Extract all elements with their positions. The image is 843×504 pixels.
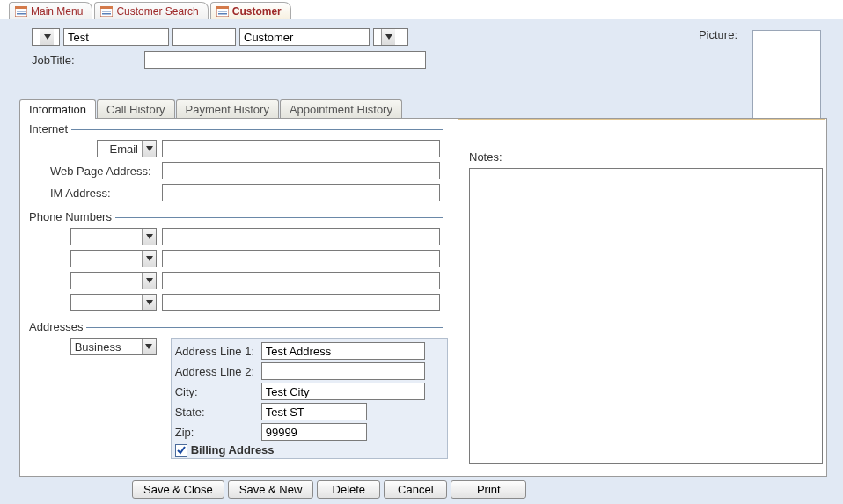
addresses-legend: Addresses <box>29 320 86 333</box>
jobtitle-label: JobTitle: <box>32 54 144 67</box>
addr-line2-input[interactable] <box>261 362 425 380</box>
billing-checkbox[interactable] <box>175 444 187 457</box>
phone-type-combo-1[interactable] <box>70 228 157 245</box>
middle-name-input[interactable] <box>172 28 236 46</box>
svg-rect-11 <box>218 13 227 15</box>
first-name-input[interactable] <box>63 28 169 46</box>
subtab-payment-history[interactable]: Payment History <box>176 99 279 119</box>
web-input[interactable] <box>162 162 440 179</box>
picture-label: Picture: <box>699 28 737 41</box>
subtab-information[interactable]: Information <box>19 99 96 119</box>
cancel-button[interactable]: Cancel <box>384 480 447 499</box>
phone-input-4[interactable] <box>162 294 440 311</box>
dropdown-arrow-icon[interactable] <box>381 29 395 45</box>
phone-legend: Phone Numbers <box>29 210 115 223</box>
dropdown-arrow-icon[interactable] <box>142 295 156 310</box>
phone-type-combo-2[interactable] <box>70 250 157 267</box>
tab-customer-label: Customer <box>232 5 282 18</box>
addresses-fieldset: Addresses Business Address <box>26 320 448 459</box>
tab-customer-search[interactable]: Customer Search <box>94 2 208 19</box>
dropdown-arrow-icon[interactable] <box>142 229 156 245</box>
address-subform: Address Line 1: Address Line 2: City: St… <box>171 338 448 459</box>
email-type-value: Email <box>98 142 142 156</box>
footer-buttons: Save & Close Save & New Delete Cancel Pr… <box>132 480 526 499</box>
picture-underline <box>458 119 825 120</box>
addr-line2-label: Address Line 2: <box>175 365 261 378</box>
svg-rect-1 <box>15 6 27 9</box>
tab-main-menu-label: Main Menu <box>31 5 83 18</box>
svg-rect-10 <box>218 11 227 12</box>
save-close-button[interactable]: Save & Close <box>132 480 224 499</box>
phone-input-2[interactable] <box>162 250 440 267</box>
internet-fieldset: Internet Email <box>26 122 448 201</box>
dropdown-arrow-icon[interactable] <box>142 141 156 157</box>
subtab-appointment-history[interactable]: Appointment History <box>280 99 402 119</box>
legend-line <box>115 211 443 218</box>
print-button[interactable]: Print <box>451 480 526 499</box>
svg-rect-5 <box>100 6 113 9</box>
suffix-combo[interactable] <box>373 28 408 46</box>
email-input[interactable] <box>162 140 440 157</box>
notes-textarea[interactable] <box>469 168 823 464</box>
picture-box[interactable] <box>752 30 821 128</box>
form-icon <box>100 6 113 17</box>
billing-label: Billing Address <box>191 443 275 457</box>
dropdown-arrow-icon[interactable] <box>142 273 156 289</box>
svg-rect-6 <box>102 11 111 12</box>
dropdown-arrow-icon[interactable] <box>142 251 156 267</box>
addr-city-input[interactable] <box>261 383 425 400</box>
dropdown-arrow-icon[interactable] <box>142 339 156 354</box>
tab-content: Internet Email <box>19 118 827 477</box>
jobtitle-row: JobTitle: <box>32 51 831 69</box>
phone-type-combo-4[interactable] <box>70 294 157 311</box>
svg-rect-2 <box>17 11 26 12</box>
svg-rect-9 <box>216 6 229 9</box>
phone-fieldset: Phone Numbers <box>26 210 448 311</box>
email-type-combo[interactable]: Email <box>97 140 157 157</box>
tab-customer-search-label: Customer Search <box>116 5 198 18</box>
last-name-input[interactable] <box>239 28 370 46</box>
svg-rect-3 <box>17 13 26 15</box>
delete-button[interactable]: Delete <box>317 480 380 499</box>
legend-line <box>71 123 443 130</box>
save-new-button[interactable]: Save & New <box>228 480 314 499</box>
im-label: IM Address: <box>50 186 111 200</box>
form-body: JobTitle: Picture: Information Call Hist… <box>0 19 843 504</box>
address-type-combo[interactable]: Business <box>70 338 157 355</box>
addr-state-input[interactable] <box>261 403 367 420</box>
legend-line <box>86 321 443 328</box>
subtab-call-history[interactable]: Call History <box>97 99 174 119</box>
addr-line1-label: Address Line 1: <box>175 345 261 358</box>
internet-legend: Internet <box>29 122 71 135</box>
title-combo[interactable] <box>32 28 60 46</box>
addr-zip-label: Zip: <box>175 426 261 439</box>
tab-customer[interactable]: Customer <box>210 2 291 19</box>
tab-main-menu[interactable]: Main Menu <box>9 2 92 19</box>
jobtitle-input[interactable] <box>144 51 426 69</box>
addr-zip-input[interactable] <box>261 423 367 441</box>
addr-line1-input[interactable] <box>261 342 425 360</box>
addr-state-label: State: <box>175 405 261 419</box>
dropdown-arrow-icon[interactable] <box>40 29 54 45</box>
phone-input-3[interactable] <box>162 272 440 289</box>
notes-label: Notes: <box>469 150 502 164</box>
addr-city-label: City: <box>175 385 261 398</box>
im-input[interactable] <box>162 184 440 201</box>
form-icon <box>216 6 229 17</box>
phone-type-combo-3[interactable] <box>70 272 157 289</box>
top-tabs: Main Menu Customer Search Customer <box>0 0 843 19</box>
address-type-value: Business <box>71 340 142 354</box>
web-label: Web Page Address: <box>50 164 151 178</box>
phone-input-1[interactable] <box>162 228 440 245</box>
svg-rect-7 <box>102 13 111 15</box>
form-icon <box>15 6 27 17</box>
sub-tabs: Information Call History Payment History… <box>19 99 831 119</box>
